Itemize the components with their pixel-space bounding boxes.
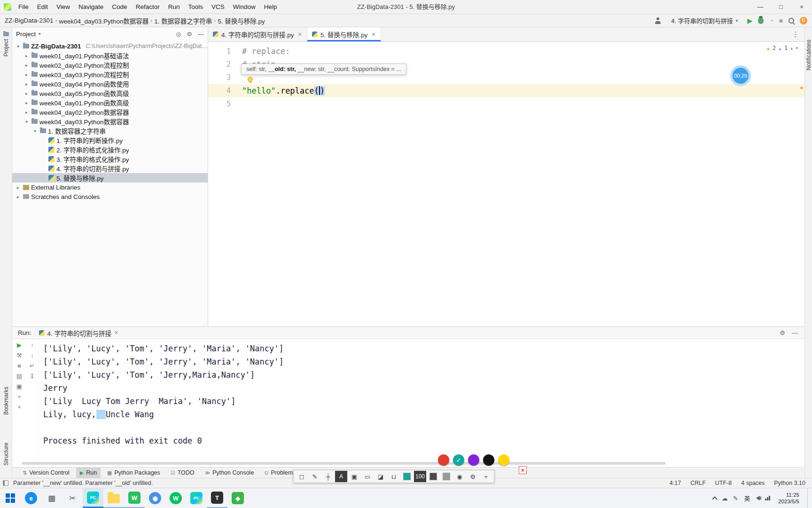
chevron-down-icon[interactable]: ▾ [39, 32, 41, 36]
rect-tool[interactable]: ▭ [361, 471, 374, 482]
tree-item[interactable]: ▸week03_day05.Python函数高级 [12, 88, 208, 98]
tree-arrow-icon[interactable]: ▾ [32, 128, 38, 134]
gear-icon[interactable]: ⚙ [187, 31, 192, 38]
color-swatch[interactable] [401, 471, 413, 482]
swatch-gray[interactable] [440, 471, 453, 482]
update-icon[interactable]: ↻ [800, 17, 807, 24]
color-purple[interactable] [468, 454, 479, 466]
pycharm-icon[interactable]: PC [83, 488, 103, 508]
wechat-icon[interactable]: W [124, 488, 145, 508]
breadcrumb-item[interactable]: 1. 数据容器之字符串 [154, 16, 212, 25]
run-config-select[interactable]: 4. 字符串的切割与拼接 ▾ [667, 15, 742, 26]
color-black[interactable] [483, 454, 494, 466]
clear-icon[interactable]: × [17, 404, 21, 410]
tree-arrow-icon[interactable]: ▾ [23, 119, 30, 124]
network-icon[interactable] [765, 496, 770, 500]
editor-tab[interactable]: 5. 替换与移除.py✕ [307, 27, 381, 41]
console-line[interactable]: ['Lily Lucy Tom Jerry Maria', 'Nancy'] [43, 395, 804, 408]
console-output[interactable]: ['Lily', 'Lucy', 'Tom', 'Jerry', 'Maria'… [39, 339, 804, 467]
weixin-files-icon[interactable]: W [165, 488, 186, 508]
trash-tool[interactable]: ⊔ [388, 471, 400, 482]
tree-item[interactable]: 1. 字符串的判断操作.py [12, 135, 208, 145]
menu-help[interactable]: Help [260, 0, 281, 14]
breadcrumb-item[interactable]: ZZ-BigData-2301 [5, 17, 54, 24]
tree-item[interactable]: ▸External Libraries [12, 183, 208, 192]
next-problem-icon[interactable]: ▼ [796, 46, 798, 50]
annotation-close-button[interactable]: × [519, 466, 527, 474]
maximize-button[interactable]: □ [771, 0, 791, 14]
inspections-widget[interactable]: ▲ 2 ▲ 1 ▲ ▼ [767, 45, 798, 51]
snipping-tool-icon[interactable]: ✂ [62, 488, 83, 508]
start-button[interactable] [0, 488, 21, 508]
pen-icon[interactable]: ✎ [733, 495, 738, 502]
tree-item[interactable]: 3. 字符串的格式化操作.py [12, 154, 208, 164]
tree-item[interactable]: ▸week03_day04.Python函数使用 [12, 79, 208, 88]
breadcrumb-item[interactable]: week04_day03.Python数据容器 [59, 16, 149, 25]
swatch-dark[interactable] [427, 471, 439, 482]
minimize-button[interactable]: — [750, 0, 771, 14]
tree-item[interactable]: ▸week01_day01.Python基础语法 [12, 51, 208, 60]
prev-problem-icon[interactable]: ▲ [790, 46, 793, 50]
menu-window[interactable]: Window [229, 0, 260, 14]
move-tool[interactable]: + [480, 471, 492, 482]
menu-tools[interactable]: Tools [184, 0, 207, 14]
select-tool[interactable]: ◻ [296, 471, 308, 482]
console-line[interactable]: Process finished with exit code 0 [43, 434, 804, 447]
tree-item[interactable]: ▾1. 数据容器之字符串 [12, 126, 208, 135]
next-stack-icon[interactable]: ↓ [31, 352, 34, 358]
menu-code[interactable]: Code [108, 0, 131, 14]
search-everywhere-icon[interactable] [789, 18, 794, 24]
tree-item[interactable]: 4. 字符串的切割与拼接.py [12, 164, 208, 173]
menu-edit[interactable]: Edit [33, 0, 52, 14]
prev-stack-icon[interactable]: ↑ [31, 342, 34, 348]
close-icon[interactable]: ✕ [298, 32, 302, 38]
tree-item[interactable]: ▾week04_day03.Python数据容器 [12, 117, 208, 126]
toolwindow-tab-python-packages[interactable]: ▦Python Packages [103, 468, 164, 478]
tree-item[interactable]: 2. 字符串的格式化操作.py [12, 145, 208, 154]
scroll-end-icon[interactable]: ↧ [30, 373, 35, 379]
status-widget-4-spaces[interactable]: 4 spaces [741, 480, 765, 486]
pomodoro-timer[interactable]: 00:29 [730, 65, 751, 86]
intention-bulb-icon[interactable] [248, 77, 253, 82]
tree-arrow-icon[interactable]: ▸ [23, 72, 30, 77]
color-yellow[interactable] [498, 454, 509, 466]
taskbar-clock[interactable]: 11:25 2023/5/5 [775, 492, 802, 505]
code-line[interactable]: 5 [208, 97, 804, 111]
editor-tab[interactable]: 4. 字符串的切割与拼接.py✕ [208, 27, 307, 41]
input-language[interactable]: 英 [743, 494, 751, 503]
close-icon[interactable]: ✕ [114, 330, 118, 336]
tree-item[interactable]: 5. 替换与移除.py [12, 173, 208, 183]
tree-arrow-icon[interactable]: ▸ [15, 194, 21, 199]
eraser-tool[interactable]: ◪ [375, 471, 387, 482]
error-stripe-mark[interactable] [800, 87, 803, 89]
green-app-icon[interactable]: ◈ [227, 488, 248, 508]
notifications-stripe-tab[interactable]: Notifications [805, 40, 812, 70]
more-tabs-icon[interactable]: ⋮ [786, 27, 804, 41]
tree-arrow-icon[interactable]: ▸ [23, 81, 30, 87]
edge-browser-icon[interactable]: e [21, 488, 41, 508]
console-line[interactable]: ['Lily', 'Lucy', 'Tom', 'Jerry,Maria,Nan… [43, 368, 804, 381]
build-icon[interactable]: ⚒ [16, 352, 22, 358]
code-line[interactable]: 1# replace: [208, 45, 804, 58]
profiler-button[interactable]: ◔ [769, 17, 773, 24]
tree-item[interactable]: ▸week04_day02.Python数据容器 [12, 107, 208, 117]
tree-arrow-icon[interactable]: ▸ [23, 53, 30, 58]
restore-layout-icon[interactable]: ▤ [16, 373, 22, 379]
task-view-icon[interactable]: ▦ [41, 488, 62, 508]
tree-item[interactable]: ▾ZZ-BigData-2301C:\Users\shawn\PycharmPr… [12, 41, 208, 51]
toolwindow-toggle-icon[interactable] [3, 480, 8, 486]
tree-arrow-icon[interactable]: ▸ [23, 63, 30, 68]
settings-tool[interactable]: ⚙ [467, 471, 479, 482]
project-panel-title[interactable]: Project [16, 31, 36, 38]
project-stripe-tab[interactable]: Project [0, 32, 12, 56]
color-teal-selected[interactable]: ✓ [453, 454, 464, 466]
structure-stripe-tab[interactable]: Structure [0, 443, 12, 466]
menu-refactor[interactable]: Refactor [132, 0, 164, 14]
softwrap-icon[interactable]: ↵ [30, 363, 35, 369]
print-icon[interactable]: ▣ [16, 383, 22, 389]
locate-file-icon[interactable]: ◎ [176, 31, 181, 38]
status-widget-crlf[interactable]: CRLF [690, 480, 706, 486]
console-line[interactable] [43, 421, 804, 434]
tree-item[interactable]: ▸week04_day01.Python函数高级 [12, 98, 208, 107]
menu-file[interactable]: File [14, 0, 33, 14]
